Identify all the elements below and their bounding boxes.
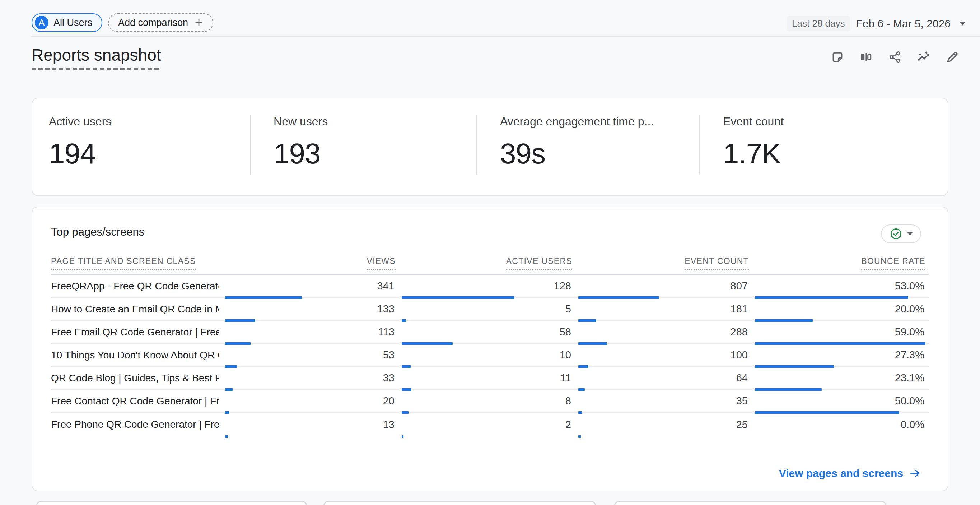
table-row[interactable]: Free Email QR Code Generator | FreeQ... …	[51, 321, 929, 344]
page-title-cell: FreeQRApp - Free QR Code Generator | ...	[51, 280, 219, 292]
edit-icon[interactable]	[945, 50, 959, 64]
active-users-cell: 8	[402, 390, 572, 412]
column-header-event-count: EVENT COUNT	[578, 256, 749, 271]
top-pages-card: Top pages/screens PAGE TITLE AND SCREEN …	[32, 207, 948, 491]
table-row[interactable]: Free Phone QR Code Generator | FreeQ... …	[51, 413, 929, 436]
active-users-bar	[402, 365, 410, 368]
table-row[interactable]: QR Code Blog | Guides, Tips & Best Pra..…	[51, 367, 929, 390]
event-count-cell: 25	[578, 413, 749, 436]
event-count-bar	[578, 319, 596, 322]
views-bar	[225, 388, 232, 391]
event-count-cell: 807	[578, 275, 749, 297]
bounce-rate-cell: 53.0%	[755, 275, 926, 297]
metric-label: Active users	[49, 114, 243, 129]
comparison-pills: A All Users Add comparison	[32, 13, 213, 32]
page-title-cell: Free Contact QR Code Generator | Free...	[51, 395, 219, 407]
active-users-cell: 58	[402, 321, 572, 343]
card-header: Top pages/screens	[32, 207, 948, 243]
metric-avg-engagement-time[interactable]: Average engagement time p... 39s	[476, 99, 699, 195]
metric-new-users[interactable]: New users 193	[250, 99, 476, 195]
event-count-bar	[578, 435, 581, 438]
bounce-rate-cell: 50.0%	[755, 390, 926, 412]
views-cell: 33	[225, 367, 396, 389]
view-pages-link[interactable]: View pages and screens	[779, 466, 921, 481]
card-title: Top pages/screens	[51, 225, 144, 240]
link-row: View pages and screens	[32, 466, 921, 481]
table-row[interactable]: Free Contact QR Code Generator | Free...…	[51, 390, 929, 413]
active-users-cell: 2	[402, 413, 572, 436]
event-count-bar	[578, 365, 589, 368]
page-title-cell: QR Code Blog | Guides, Tips & Best Pra..…	[51, 373, 219, 384]
insights-icon[interactable]	[917, 50, 931, 64]
table-row[interactable]: 10 Things You Don't Know About QR C... 5…	[51, 344, 929, 367]
table-row[interactable]: How to Create an Email QR Code in Mi... …	[51, 298, 929, 321]
views-bar	[225, 296, 302, 299]
add-comparison-button[interactable]: Add comparison	[108, 13, 213, 32]
note-icon[interactable]	[830, 50, 844, 64]
date-preset-badge: Last 28 days	[786, 16, 850, 31]
event-count-cell: 288	[578, 321, 749, 343]
column-header-views: VIEWS	[225, 256, 396, 271]
metric-label: Average engagement time p...	[500, 114, 692, 129]
views-cell: 133	[225, 298, 396, 320]
active-users-cell: 10	[402, 344, 572, 366]
active-users-bar	[402, 342, 453, 345]
bounce-rate-bar	[755, 365, 834, 368]
page-title-cell: How to Create an Email QR Code in Mi...	[51, 304, 219, 315]
bounce-rate-cell: 23.1%	[755, 367, 926, 389]
bounce-rate-bar	[755, 388, 822, 391]
metric-active-users[interactable]: Active users 194	[32, 99, 250, 195]
ab-compare-icon[interactable]	[859, 50, 873, 64]
views-bar	[225, 411, 229, 414]
event-count-cell: 35	[578, 390, 749, 412]
metric-value: 39s	[500, 139, 692, 169]
bounce-rate-cell: 20.0%	[755, 298, 926, 320]
table-header-row: PAGE TITLE AND SCREEN CLASS VIEWS ACTIVE…	[51, 256, 929, 275]
active-users-bar	[402, 296, 514, 299]
active-users-bar	[402, 435, 404, 438]
metric-value: 194	[49, 139, 243, 169]
active-users-cell: 11	[402, 367, 572, 389]
metric-label: New users	[274, 114, 469, 129]
table-row[interactable]: FreeQRApp - Free QR Code Generator | ...…	[51, 275, 929, 298]
page-title-cell: Free Email QR Code Generator | FreeQ...	[51, 327, 219, 338]
metric-value: 193	[274, 139, 469, 169]
active-users-cell: 128	[402, 275, 572, 297]
column-header-active-users: ACTIVE USERS	[402, 256, 572, 271]
page-title: Reports snapshot	[32, 45, 161, 70]
date-range-text: Feb 6 - Mar 5, 2026	[856, 18, 951, 30]
table-body: FreeQRApp - Free QR Code Generator | ...…	[51, 275, 929, 436]
views-cell: 20	[225, 390, 396, 412]
bounce-rate-bar	[755, 342, 926, 345]
event-count-bar	[578, 296, 659, 299]
bounce-rate-cell: 27.3%	[755, 344, 926, 366]
date-range-picker[interactable]: Last 28 days Feb 6 - Mar 5, 2026	[786, 16, 966, 31]
metric-value: 1.7K	[723, 139, 940, 169]
partial-card	[323, 501, 596, 505]
plus-icon	[193, 17, 205, 29]
column-header-bounce-rate: BOUNCE RATE	[755, 256, 926, 271]
partial-card	[36, 501, 307, 505]
report-toolbar	[830, 50, 959, 64]
top-pages-table: PAGE TITLE AND SCREEN CLASS VIEWS ACTIVE…	[51, 256, 929, 436]
arrow-right-icon	[909, 467, 921, 480]
bounce-rate-cell: 59.0%	[755, 321, 926, 343]
check-circle-icon	[889, 227, 902, 240]
topbar-divider	[30, 36, 980, 37]
active-users-bar	[402, 319, 406, 322]
views-bar	[225, 365, 237, 368]
partial-card	[614, 501, 887, 505]
share-icon[interactable]	[888, 50, 902, 64]
event-count-bar	[578, 388, 585, 391]
views-cell: 113	[225, 321, 396, 343]
chevron-down-icon	[907, 232, 913, 236]
views-cell: 341	[225, 275, 396, 297]
all-users-pill[interactable]: A All Users	[32, 13, 102, 32]
metric-event-count[interactable]: Event count 1.7K	[699, 99, 948, 195]
event-count-bar	[578, 411, 582, 414]
active-users-bar	[402, 388, 411, 391]
views-bar	[225, 435, 228, 438]
event-count-cell: 181	[578, 298, 749, 320]
active-users-bar	[402, 411, 409, 414]
data-quality-dropdown[interactable]	[881, 225, 921, 243]
